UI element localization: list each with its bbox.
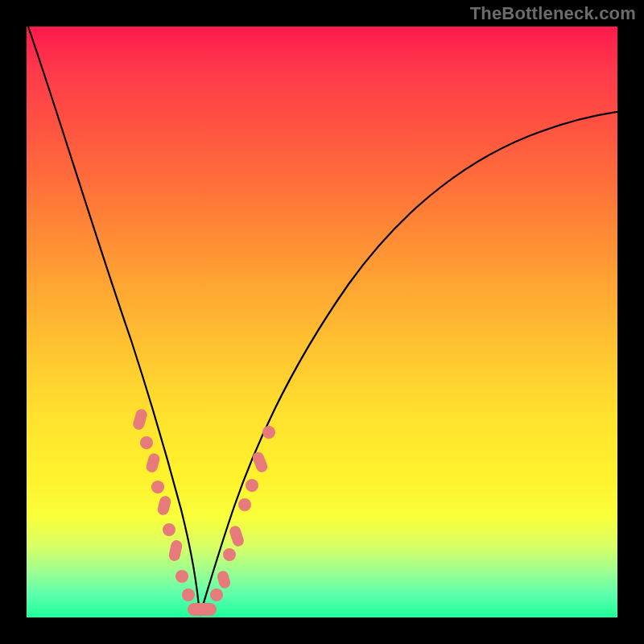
watermark-text: TheBottleneck.com [470, 3, 636, 24]
chart-frame: TheBottleneck.com [0, 0, 644, 644]
svg-point-8 [182, 588, 195, 601]
svg-rect-13 [228, 524, 245, 547]
svg-point-10 [210, 588, 223, 601]
svg-point-17 [262, 426, 275, 439]
svg-point-14 [238, 498, 251, 511]
svg-point-5 [163, 523, 175, 536]
svg-point-3 [151, 481, 164, 493]
svg-point-7 [175, 570, 188, 583]
svg-rect-0 [132, 408, 149, 431]
svg-rect-11 [216, 569, 232, 589]
svg-rect-4 [156, 495, 171, 517]
svg-point-15 [246, 479, 258, 492]
svg-rect-6 [167, 539, 183, 562]
curve-right-branch [200, 112, 617, 616]
svg-point-12 [223, 548, 236, 561]
svg-rect-9 [188, 603, 217, 616]
marker-group [132, 408, 275, 616]
chart-svg [27, 27, 617, 617]
svg-rect-2 [145, 452, 161, 474]
svg-point-1 [140, 436, 153, 449]
